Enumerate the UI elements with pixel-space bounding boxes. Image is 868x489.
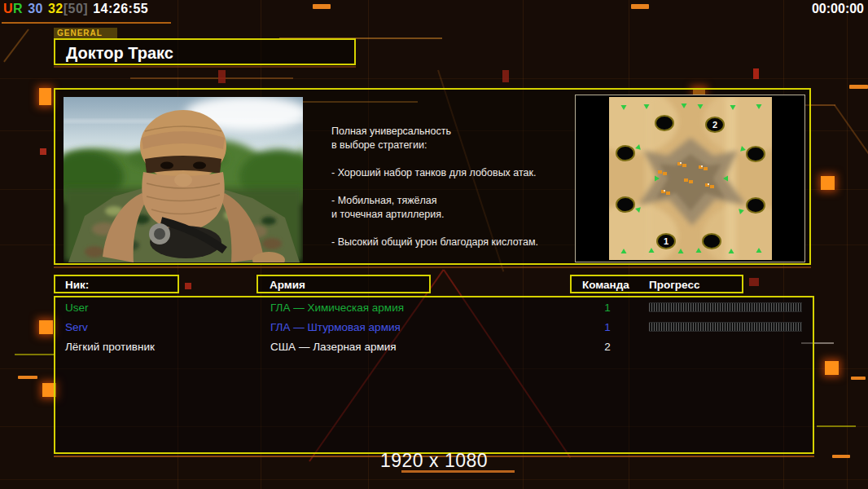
- general-description: Полная универсальность в выборе стратеги…: [331, 125, 584, 249]
- circuit-line-decoration: [130, 77, 293, 79]
- description-line: [331, 222, 584, 236]
- general-portrait-image: [64, 97, 303, 262]
- netstat-segment: 32: [48, 2, 64, 15]
- description-line: и точечная артиллерия.: [331, 208, 584, 222]
- glow-square-decoration: [821, 176, 835, 190]
- description-line: - Высокий общий урон благодаря кислотам.: [331, 236, 584, 249]
- description-line: - Хороший набор танков для лобовых атак.: [331, 166, 584, 180]
- player-nick: Лёгкий противник: [65, 341, 155, 353]
- circuit-diagonal-decoration: [3, 29, 29, 62]
- player-nick: Serv: [65, 321, 88, 333]
- red-square-decoration: [40, 148, 46, 155]
- player-team: 1: [598, 302, 617, 314]
- player-nick: User: [65, 302, 89, 314]
- red-square-decoration: [218, 70, 226, 83]
- header-army-box: Армия: [256, 275, 431, 293]
- circuit-dash-decoration: [18, 376, 37, 379]
- player-army: ГЛА — Химическая армия: [270, 302, 404, 314]
- circuit-dash-decoration: [313, 4, 331, 9]
- circuit-line-decoration: [15, 354, 54, 355]
- circuit-dash-decoration: [851, 377, 866, 380]
- description-line: - Мобильная, тяжёлая: [331, 194, 584, 208]
- glow-square-decoration: [825, 361, 839, 375]
- player-row: Лёгкий противник США — Лазерная армия 2: [55, 337, 813, 357]
- loading-progress-bar: [649, 322, 802, 332]
- map-preview-image: 2 1: [609, 97, 772, 260]
- description-line: [331, 180, 584, 194]
- general-tab-label: GENERAL: [54, 28, 117, 39]
- player-team: 1: [598, 321, 617, 333]
- player-row: Serv ГЛА — Штурмовая армия 1: [55, 318, 813, 337]
- circuit-diagonal-decoration: [834, 104, 868, 205]
- glow-square-decoration: [39, 320, 53, 334]
- network-status-bar: UR3032[50]14:26:55: [3, 2, 153, 16]
- red-square-decoration: [753, 68, 759, 79]
- match-timer: 00:00:00: [812, 2, 864, 16]
- red-square-decoration: [502, 70, 509, 82]
- general-name: Доктор Тракс: [66, 44, 173, 63]
- netstat-segment: 30: [28, 2, 43, 15]
- netstat-segment: [50]: [64, 2, 88, 15]
- header-progress-label: Прогресс: [649, 279, 699, 291]
- circuit-line-decoration: [2, 22, 171, 24]
- circuit-line-decoration: [0, 479, 868, 480]
- map-resolution-label: 1920 x 1080: [0, 450, 868, 472]
- red-square-decoration: [749, 278, 759, 286]
- loading-progress-bar: [649, 302, 802, 312]
- description-line: в выборе стратегии:: [331, 139, 584, 152]
- description-line: [331, 152, 584, 166]
- red-square-decoration: [185, 283, 191, 289]
- general-title-box: Доктор Тракс: [54, 38, 356, 65]
- glow-square-decoration: [39, 88, 51, 105]
- map-preview-box: 2 1: [575, 95, 805, 262]
- general-portrait: [64, 97, 303, 262]
- start-marker-2: 2: [712, 120, 717, 130]
- system-clock: 14:26:55: [93, 2, 148, 15]
- circuit-dash-decoration: [631, 4, 649, 9]
- header-nick-box: Ник:: [54, 275, 179, 293]
- general-info-panel: Полная универсальность в выборе стратеги…: [54, 88, 811, 265]
- description-line: Полная универсальность: [331, 125, 584, 139]
- header-army-label: Армия: [270, 279, 305, 291]
- player-team: 2: [598, 341, 617, 353]
- player-list-panel: User ГЛА — Химическая армия 1 Serv ГЛА —…: [54, 296, 814, 454]
- circuit-dash-decoration: [849, 85, 868, 89]
- player-army: США — Лазерная армия: [270, 341, 397, 353]
- header-nick-label: Ник:: [65, 279, 89, 291]
- netstat-segment: R: [13, 2, 23, 15]
- header-team-progress-box: Команда Прогресс: [570, 275, 743, 293]
- player-row: User ГЛА — Химическая армия 1: [55, 298, 813, 318]
- underline-decoration: [54, 267, 811, 268]
- circuit-line-decoration: [817, 425, 856, 427]
- start-marker-1: 1: [664, 236, 669, 246]
- player-army: ГЛА — Штурмовая армия: [270, 321, 401, 333]
- header-team-label: Команда: [582, 279, 629, 291]
- underline-decoration: [54, 66, 356, 68]
- netstat-segment: U: [3, 2, 13, 15]
